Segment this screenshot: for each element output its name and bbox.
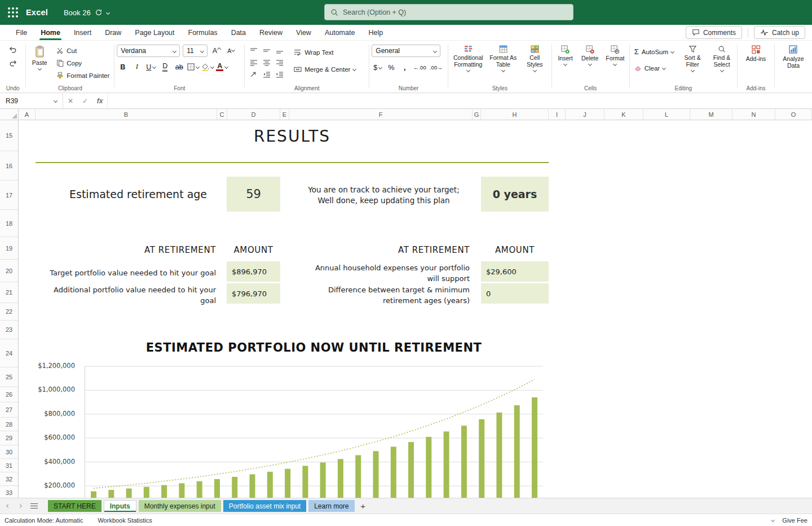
row-header[interactable]: 30 [0, 445, 18, 459]
chart-bar[interactable] [391, 447, 396, 498]
retirement-age-label[interactable]: Estimated retirement age [69, 188, 207, 200]
sheet-tab-portfolio-asset-mix[interactable]: Portfolio asset mix input [223, 500, 306, 512]
column-header-h[interactable]: H [481, 109, 549, 120]
tab-draw[interactable]: Draw [98, 25, 128, 40]
name-box[interactable]: R39 [0, 93, 63, 108]
status-collapse-chevron-icon[interactable] [771, 518, 775, 522]
row-header[interactable]: 22 [0, 303, 18, 321]
chart-bar[interactable] [320, 462, 326, 498]
conditional-formatting-button[interactable]: Conditional Formatting [451, 43, 486, 84]
scroll-tabs-right-icon[interactable] [18, 504, 22, 508]
copy-button[interactable]: Copy [54, 57, 112, 69]
chart-bar[interactable] [91, 492, 96, 498]
underline-button[interactable]: U [145, 61, 157, 73]
font-color-button[interactable]: A [216, 61, 228, 73]
italic-button[interactable]: I [131, 61, 143, 73]
paste-button[interactable]: Paste [28, 43, 51, 84]
right-table-header-at-retirement[interactable]: AT RETIREMENT [329, 245, 470, 255]
chart-bar[interactable] [496, 413, 502, 498]
insert-cells-button[interactable]: Insert [554, 43, 577, 84]
percent-format-button[interactable]: % [385, 62, 397, 73]
comments-button[interactable]: Comments [686, 26, 742, 39]
font-family-select[interactable]: Verdana [117, 45, 180, 57]
tab-help[interactable]: Help [361, 25, 390, 40]
chart-bar[interactable] [126, 489, 132, 498]
on-track-message[interactable]: You are on track to achieve your target;… [289, 185, 478, 206]
cut-button[interactable]: Cut [54, 45, 112, 56]
cell-styles-button[interactable]: Cell Styles [520, 43, 549, 84]
age-difference-label[interactable]: Difference between target & minimum reti… [284, 284, 470, 306]
text-orientation-icon[interactable] [250, 71, 257, 78]
column-header-a[interactable]: A [19, 109, 36, 120]
annual-expenses-label[interactable]: Annual household expenses your portfolio… [284, 262, 470, 284]
align-top-icon[interactable] [250, 47, 258, 54]
undo-button[interactable] [8, 46, 17, 54]
column-header-i[interactable]: I [549, 109, 566, 120]
formula-input[interactable] [107, 93, 812, 108]
grow-font-button[interactable]: A [210, 45, 222, 57]
row-header[interactable]: 31 [0, 459, 18, 472]
addins-button[interactable]: Add-ins [740, 43, 772, 84]
cancel-entry-button[interactable]: ✕ [63, 93, 78, 108]
strikethrough-button[interactable]: ab [173, 61, 185, 73]
chart-bar[interactable] [161, 485, 167, 498]
app-launcher-icon[interactable] [8, 7, 18, 17]
scroll-tabs-left-icon[interactable] [6, 504, 10, 508]
merge-center-button[interactable]: Merge & Center [292, 63, 358, 75]
tab-formulas[interactable]: Formulas [182, 25, 224, 40]
chart-bar[interactable] [179, 483, 184, 498]
chart-bar[interactable] [444, 432, 449, 498]
fill-color-button[interactable] [201, 61, 214, 73]
tab-page-layout[interactable]: Page Layout [128, 25, 181, 40]
chart-bar[interactable] [479, 419, 484, 498]
format-painter-button[interactable]: Format Painter [54, 69, 112, 81]
select-all-corner[interactable] [0, 109, 19, 120]
currency-format-button[interactable]: $ [372, 62, 383, 73]
target-portfolio-label[interactable]: Target portfolio value needed to hit you… [19, 268, 216, 278]
column-header-m[interactable]: M [690, 109, 732, 120]
analyze-data-button[interactable]: Analyze Data [777, 43, 810, 84]
column-header-l[interactable]: L [643, 109, 690, 120]
tab-home[interactable]: Home [34, 25, 67, 40]
column-header-g[interactable]: G [473, 109, 481, 120]
chart-bar[interactable] [302, 466, 308, 498]
align-middle-icon[interactable] [263, 47, 271, 54]
chart-bar[interactable] [144, 487, 149, 498]
give-feedback-link[interactable]: Give Fee [782, 517, 807, 524]
find-select-button[interactable]: Find & Select [709, 43, 735, 84]
additional-portfolio-value[interactable]: $796,970 [227, 283, 280, 304]
tab-insert[interactable]: Insert [67, 25, 98, 40]
left-table-header-at-retirement[interactable]: AT RETIREMENT [75, 245, 216, 255]
column-header-e[interactable]: E [280, 109, 289, 120]
chart-bar[interactable] [461, 426, 467, 498]
delete-cells-button[interactable]: Delete [579, 43, 601, 84]
row-header[interactable]: 20 [0, 260, 18, 282]
retirement-age-value[interactable]: 59 [227, 177, 280, 212]
chart-bar[interactable] [232, 477, 237, 498]
calculation-mode-status[interactable]: Calculation Mode: Automatic [5, 517, 83, 524]
increase-decimal-button[interactable]: ←.00 [412, 62, 427, 73]
workbook-menu-chevron-icon[interactable] [106, 10, 110, 14]
column-header-k[interactable]: K [604, 109, 643, 120]
align-center-icon[interactable] [263, 59, 271, 66]
target-portfolio-value[interactable]: $896,970 [227, 261, 280, 282]
column-header-n[interactable]: N [732, 109, 775, 120]
format-as-table-button[interactable]: Format As Table [487, 43, 519, 84]
confirm-entry-button[interactable]: ✓ [78, 93, 92, 108]
years-difference-value[interactable]: 0 years [481, 177, 549, 212]
row-header[interactable]: 23 [0, 321, 18, 339]
tab-view[interactable]: View [289, 25, 318, 40]
results-title[interactable]: RESULTS [36, 127, 549, 146]
chart-bar[interactable] [373, 451, 379, 498]
annual-expenses-value[interactable]: $29,600 [481, 261, 549, 282]
age-difference-value[interactable]: 0 [481, 283, 549, 304]
decrease-decimal-button[interactable]: .00→ [429, 62, 443, 73]
chart-bar[interactable] [426, 437, 431, 498]
row-header[interactable]: 21 [0, 282, 18, 303]
row-header[interactable]: 26 [0, 387, 18, 402]
redo-button[interactable] [8, 59, 17, 68]
chart-bar[interactable] [532, 397, 537, 498]
row-header[interactable]: 25 [0, 367, 18, 387]
tab-automate[interactable]: Automate [318, 25, 362, 40]
tab-file[interactable]: File [9, 25, 34, 40]
